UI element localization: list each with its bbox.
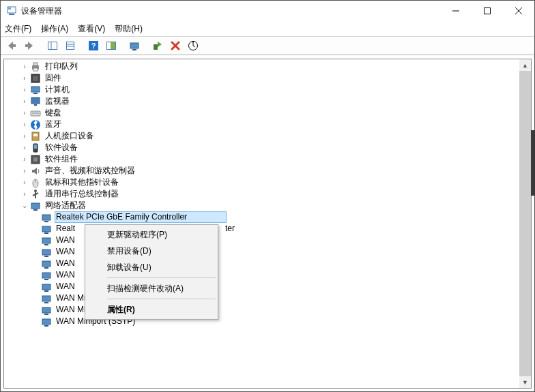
scroll-thumb[interactable] xyxy=(519,71,531,376)
svg-point-40 xyxy=(34,190,37,192)
network-device-icon xyxy=(41,235,52,246)
chevron-right-icon[interactable]: › xyxy=(19,153,30,165)
category-softdev[interactable]: ›软件设备 xyxy=(4,142,519,153)
menu-help[interactable]: 帮助(H) xyxy=(115,23,143,35)
category-label: 固件 xyxy=(44,72,63,84)
chevron-right-icon[interactable]: › xyxy=(19,119,30,130)
svg-rect-57 xyxy=(44,279,48,280)
svg-rect-60 xyxy=(42,296,50,301)
svg-rect-37 xyxy=(33,157,38,162)
chevron-right-icon[interactable]: › xyxy=(19,188,30,200)
category-audio[interactable]: ›声音、视频和游戏控制器 xyxy=(4,165,519,177)
category-label: 监视器 xyxy=(44,95,71,107)
show-hide-tree-button[interactable] xyxy=(44,38,61,53)
svg-rect-21 xyxy=(33,63,38,65)
svg-rect-58 xyxy=(42,284,50,290)
chevron-right-icon[interactable]: › xyxy=(19,107,30,119)
menu-view[interactable]: 查看(V) xyxy=(78,23,105,35)
chevron-right-icon[interactable]: › xyxy=(19,165,30,177)
app-icon xyxy=(6,5,17,16)
printer-icon xyxy=(30,61,41,72)
network-device-icon xyxy=(41,293,52,304)
device-row[interactable]: WAN xyxy=(4,235,519,246)
properties-button[interactable] xyxy=(62,38,78,53)
chevron-right-icon[interactable]: › xyxy=(19,142,30,153)
update-driver-button[interactable] xyxy=(126,38,143,53)
chevron-right-icon[interactable]: › xyxy=(19,72,30,84)
category-label: 蓝牙 xyxy=(44,119,63,130)
category-computer[interactable]: ›计算机 xyxy=(4,84,519,95)
close-button[interactable] xyxy=(503,1,534,21)
network-device-icon xyxy=(41,258,52,269)
svg-rect-54 xyxy=(42,261,50,267)
svg-rect-35 xyxy=(34,145,37,149)
svg-rect-51 xyxy=(44,244,48,245)
svg-rect-63 xyxy=(44,314,48,315)
minimize-button[interactable] xyxy=(440,1,472,21)
device-tree[interactable]: ›打印队列›固件›计算机›监视器›键盘›蓝牙›人机接口设备›软件设备›软件组件›… xyxy=(4,59,519,388)
device-row[interactable]: WAN xyxy=(4,246,519,258)
chevron-right-icon[interactable]: › xyxy=(19,61,30,72)
svg-rect-48 xyxy=(42,226,50,232)
scroll-down-button[interactable]: ▼ xyxy=(519,376,531,388)
ctx-update-driver[interactable]: 更新驱动程序(P) xyxy=(87,226,216,243)
svg-rect-44 xyxy=(31,203,40,209)
network-device-icon xyxy=(41,316,52,327)
device-label: WAN xyxy=(55,258,79,269)
device-tree-panel: ›打印队列›固件›计算机›监视器›键盘›蓝牙›人机接口设备›软件设备›软件组件›… xyxy=(3,59,532,389)
menu-action[interactable]: 操作(A) xyxy=(41,23,68,35)
maximize-button[interactable] xyxy=(472,1,503,21)
enable-device-button[interactable] xyxy=(149,38,166,53)
audio-icon xyxy=(30,166,41,177)
svg-rect-9 xyxy=(67,42,74,50)
vertical-scrollbar[interactable]: ▲ ▼ xyxy=(519,59,531,388)
device-row[interactable]: WAN Miniport (PPPOE) xyxy=(4,292,519,304)
category-softcomp[interactable]: ›软件组件 xyxy=(4,153,519,165)
category-bluetooth[interactable]: ›蓝牙 xyxy=(4,119,519,130)
chevron-down-icon[interactable]: ⌄ xyxy=(19,200,30,211)
chevron-right-icon[interactable]: › xyxy=(19,177,30,188)
category-hid[interactable]: ›人机接口设备 xyxy=(4,130,519,142)
help-button[interactable]: ? xyxy=(85,38,102,53)
console-options-button[interactable] xyxy=(103,38,119,53)
device-row[interactable]: WAN xyxy=(4,281,519,292)
ctx-properties[interactable]: 属性(R) xyxy=(87,301,216,318)
category-printer[interactable]: ›打印队列 xyxy=(4,61,519,72)
svg-rect-49 xyxy=(44,232,48,234)
chevron-right-icon[interactable]: › xyxy=(19,84,30,95)
svg-rect-26 xyxy=(33,93,38,94)
category-firmware[interactable]: ›固件 xyxy=(4,72,519,84)
svg-rect-1 xyxy=(9,14,14,15)
category-netadapter[interactable]: ⌄网络适配器 xyxy=(4,200,519,211)
svg-rect-61 xyxy=(44,302,48,303)
scroll-track[interactable] xyxy=(519,71,531,376)
scan-hardware-button[interactable] xyxy=(185,38,201,53)
ctx-disable-device[interactable]: 禁用设备(D) xyxy=(87,243,216,259)
svg-rect-45 xyxy=(33,209,38,211)
svg-rect-59 xyxy=(44,290,48,292)
chevron-right-icon[interactable]: › xyxy=(19,130,30,142)
device-row[interactable]: WAN Miniport (SSTP) xyxy=(4,316,519,327)
back-button[interactable] xyxy=(3,38,20,53)
menu-file[interactable]: 文件(F) xyxy=(5,23,31,35)
network-device-icon xyxy=(41,224,52,235)
svg-rect-33 xyxy=(33,134,38,136)
category-label: 键盘 xyxy=(44,107,63,119)
device-row[interactable]: WAN xyxy=(4,258,519,269)
chevron-right-icon[interactable]: › xyxy=(19,95,30,107)
svg-rect-55 xyxy=(44,267,48,269)
device-row[interactable]: WAN xyxy=(4,269,519,281)
scroll-up-button[interactable]: ▲ xyxy=(519,59,531,71)
uninstall-button[interactable] xyxy=(167,38,184,53)
svg-rect-50 xyxy=(42,238,50,243)
category-usb[interactable]: ›通用串行总线控制器 xyxy=(4,188,519,200)
device-row[interactable]: WAN Miniport (PPTP) xyxy=(4,304,519,316)
ctx-scan-hardware[interactable]: 扫描检测硬件改动(A) xyxy=(87,280,216,297)
category-mouse[interactable]: ›鼠标和其他指针设备 xyxy=(4,177,519,188)
category-keyboard[interactable]: ›键盘 xyxy=(4,107,519,119)
forward-button[interactable] xyxy=(21,38,38,53)
ctx-uninstall-device[interactable]: 卸载设备(U) xyxy=(87,259,216,275)
category-monitor[interactable]: ›监视器 xyxy=(4,95,519,107)
device-row[interactable]: Realtter xyxy=(4,223,519,235)
device-row[interactable]: Realtek PCIe GbE Family Controller xyxy=(4,211,519,223)
